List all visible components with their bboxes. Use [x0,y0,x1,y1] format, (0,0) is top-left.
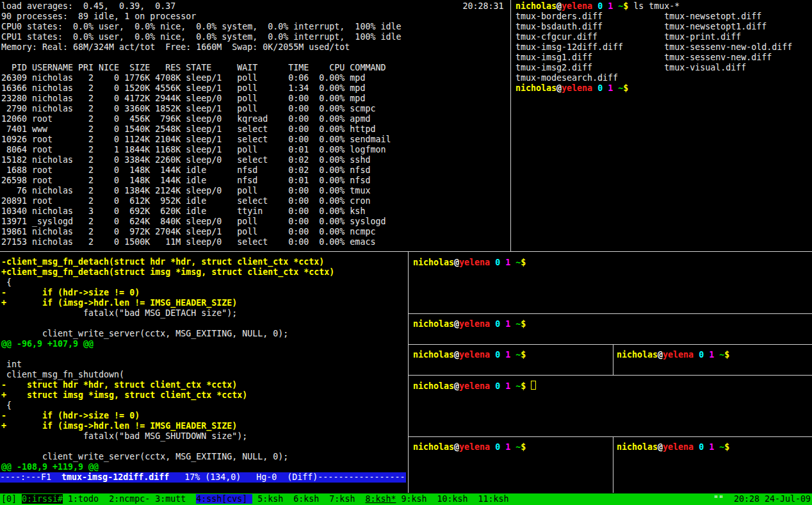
space [592,1,597,11]
prompt-dollar: $ [521,319,526,329]
prompt-at: @ [556,83,562,93]
prompt-history-num: 0 [597,1,603,11]
window-list-right[interactable]: 9:ksh 10:ksh 11:ksh [396,494,508,504]
prompt-dollar: $ [521,381,526,391]
shell-pane-3-right[interactable]: nicholas@yelena 0 1 ~$ [617,350,729,360]
emacs-modeline: ----:---F1 tmux-imsg-12diff.diff 17% (13… [0,472,406,483]
pane-border-horizontal-1[interactable] [409,313,812,314]
prompt-user: nicholas [413,319,454,329]
window-list-mid[interactable]: 5:ksh 6:ksh 7:ksh [252,494,365,504]
window-item-8-current[interactable]: 8:ksh* [365,494,396,504]
shell-pane-5-left[interactable]: nicholas@yelena 0 1 ~$ [413,442,526,452]
prompt-dollar: $ [623,83,628,93]
diff-changed-line: +client_msg_fn_detach(struct imsg *imsg,… [1,267,334,277]
command-text: ls tmux-* [628,1,679,11]
pane-border-horizontal-3[interactable] [409,375,812,376]
prompt-host: yelena [459,258,490,267]
prompt-history-num: 0 [495,258,500,267]
diff-context-line: int [1,360,22,369]
ls-file-list: tmux-borders.diff tmux-newsetopt.diff tm… [516,12,792,83]
diff-changed-line: + struct imsg *imsg, struct client_ctx *… [1,390,247,400]
shell-pane-4-active[interactable]: nicholas@yelena 0 1 ~$ [413,381,536,392]
prompt-history-num: 0 [495,319,500,329]
prompt-host: yelena [562,1,592,11]
diff-changed-line: - if (hdr->size != 0) [1,288,140,297]
space [603,83,608,93]
diff-context-line: client_msg_fn_shutdown( [1,370,124,379]
diff-context-line: { [1,277,12,287]
space [704,350,709,360]
diff-changed-line: + if (imsg->hdr.len != IMSG_HEADER_SIZE) [1,298,237,308]
modeline-filename: tmux-imsg-12diff.diff [61,472,169,482]
terminal-cursor [531,381,536,390]
space [714,350,719,360]
space [613,83,618,93]
pane-border-horizontal-4[interactable] [409,436,812,437]
prompt-host: yelena [562,83,592,93]
prompt-host: yelena [459,442,490,452]
space [613,1,618,11]
prompt-host: yelena [459,350,490,360]
prompt-cwd: ~ [618,1,623,11]
prompt-user: nicholas [413,350,454,360]
pane-border-vertical-row5[interactable] [613,437,613,493]
shell-pane-2[interactable]: nicholas@yelena 0 1 ~$ [413,319,526,329]
prompt-jobs-num: 1 [709,350,714,360]
status-clock: 20:28 24-Jul-09 [724,494,811,504]
shell-pane-ls-output[interactable]: nicholas@yelena 0 1 ~$ ls tmux-* tmux-bo… [516,1,792,94]
space [704,442,709,452]
space [490,350,495,360]
prompt-dollar: $ [724,442,729,452]
prompt-history-num: 0 [597,83,603,93]
prompt-dollar: $ [521,442,526,452]
emacs-diff-pane[interactable]: -client_msg_fn_detach(struct hdr *hdr, s… [1,257,334,472]
prompt-jobs-num: 1 [608,83,613,93]
pane-border-vertical-main[interactable] [408,251,409,493]
prompt-dollar: $ [521,258,526,267]
prompt-jobs-num: 1 [505,381,510,391]
prompt-jobs-num: 1 [505,258,510,267]
window-item-0-irssi[interactable]: 0:irssi# [22,494,63,504]
tmux-screen: load averages: 0.45, 0.39, 0.37 20:28:31… [0,0,812,505]
diff-changed-line: -client_msg_fn_detach(struct hdr *hdr, s… [1,257,324,267]
prompt-cwd: ~ [618,83,623,93]
space [500,381,505,391]
space [500,442,505,452]
space [510,319,516,329]
space [694,350,699,360]
window-item-4-ssh[interactable]: 4:ssh[cvs] [196,494,252,504]
modeline-info: 17% (134,0) Hg-0 (Diff)----------------- [169,472,405,482]
prompt-dollar: $ [521,350,526,360]
prompt-user: nicholas [617,350,658,360]
prompt-cwd: ~ [516,350,521,360]
prompt-at: @ [658,442,663,452]
pane-border-horizontal-main[interactable] [0,251,812,252]
prompt-jobs-num: 1 [505,319,510,329]
shell-pane-1[interactable]: nicholas@yelena 0 1 ~$ [413,258,526,268]
diff-context-line: client_write_server(cctx, MSG_EXITING, N… [1,329,288,338]
prompt-user: nicholas [413,442,454,452]
pane-border-vertical-top[interactable] [510,0,511,251]
space [500,258,505,267]
diff-changed-line: + if (imsg->hdr.len != IMSG_HEADER_SIZE) [1,421,237,431]
window-list-left[interactable]: 1:todo 2:ncmpc- 3:mutt [63,494,196,504]
pane-border-horizontal-2[interactable] [409,344,812,345]
shell-pane-3-left[interactable]: nicholas@yelena 0 1 ~$ [413,350,526,360]
prompt-cwd: ~ [719,350,724,360]
session-name: [0] [1,494,22,504]
prompt-jobs-num: 1 [505,350,510,360]
diff-context-line: fatalx("bad MSG_DETACH size"); [1,308,237,318]
space [510,350,516,360]
prompt-cwd: ~ [516,319,521,329]
pane-border-vertical-row3[interactable] [613,345,613,375]
shell-pane-5-right[interactable]: nicholas@yelena 0 1 ~$ [617,442,729,452]
modeline-prefix: ----:---F1 [0,472,61,482]
prompt-history-num: 0 [495,350,500,360]
top-command-pane[interactable]: load averages: 0.45, 0.39, 0.37 20:28:31… [1,1,504,247]
prompt-at: @ [454,258,459,267]
space [510,381,516,391]
space [500,319,505,329]
prompt-user: nicholas [617,442,658,452]
prompt-jobs-num: 1 [709,442,714,452]
prompt-cwd: ~ [719,442,724,452]
